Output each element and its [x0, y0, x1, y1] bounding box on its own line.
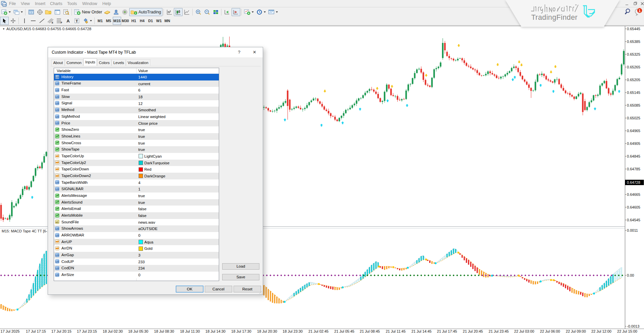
svg-text:0.64785: 0.64785	[627, 167, 640, 171]
svg-text:123: 123	[55, 254, 59, 257]
svg-text:21 Jul 02:45: 21 Jul 02:45	[308, 329, 329, 333]
svg-text:0.65205: 0.65205	[627, 78, 640, 82]
svg-text:22 Jul 15:00: 22 Jul 15:00	[617, 329, 637, 333]
svg-text:17 Jul 2025: 17 Jul 2025	[1, 329, 20, 333]
svg-text:21 Jul 14:45: 21 Jul 14:45	[411, 329, 432, 333]
svg-text:21 Jul 17:45: 21 Jul 17:45	[437, 329, 457, 333]
svg-text:21 Jul 20:45: 21 Jul 20:45	[463, 329, 483, 333]
svg-text:0.65145: 0.65145	[627, 91, 640, 95]
svg-text:17 Jul 17:15: 17 Jul 17:15	[26, 329, 46, 333]
svg-text:123: 123	[55, 102, 59, 105]
svg-text:18 Jul 11:30: 18 Jul 11:30	[180, 329, 200, 333]
svg-text:0.65085: 0.65085	[627, 103, 640, 107]
svg-text:18 Jul 08:30: 18 Jul 08:30	[154, 329, 174, 333]
svg-text:123: 123	[55, 181, 59, 184]
svg-text:0.65265: 0.65265	[627, 65, 640, 69]
svg-text:TradingFinder: TradingFinder	[531, 13, 578, 21]
svg-text:123: 123	[55, 274, 59, 276]
svg-text:0.65025: 0.65025	[627, 116, 640, 120]
svg-text:0.65325: 0.65325	[627, 52, 640, 56]
svg-text:V5: V5	[3, 4, 6, 6]
svg-text:22 Jul 03:00: 22 Jul 03:00	[514, 329, 534, 333]
svg-text:0.64665: 0.64665	[627, 192, 640, 197]
svg-text:123: 123	[55, 234, 59, 237]
svg-text:21 Jul 23:45: 21 Jul 23:45	[489, 329, 509, 333]
svg-text:123: 123	[55, 188, 59, 190]
svg-text:0.65385: 0.65385	[627, 40, 640, 44]
svg-text:0.65445: 0.65445	[627, 27, 640, 31]
svg-text:123: 123	[55, 267, 59, 270]
svg-text:21 Jul 05:45: 21 Jul 05:45	[334, 329, 354, 333]
svg-text:E: E	[52, 21, 53, 24]
svg-text:123: 123	[55, 89, 59, 92]
svg-text:0.64845: 0.64845	[627, 154, 640, 158]
svg-text:18 Jul 17:30: 18 Jul 17:30	[231, 329, 251, 333]
svg-text:17 Jul 23:15: 17 Jul 23:15	[77, 329, 97, 333]
svg-text:0.64605: 0.64605	[627, 205, 640, 209]
svg-text:18 Jul 23:30: 18 Jul 23:30	[283, 329, 303, 333]
svg-text:ab: ab	[56, 221, 59, 224]
svg-text:123: 123	[55, 82, 59, 85]
svg-text:123: 123	[55, 76, 59, 78]
svg-text:21 Jul 08:45: 21 Jul 08:45	[360, 329, 380, 333]
svg-text:18 Jul 20:30: 18 Jul 20:30	[257, 329, 277, 333]
svg-text:18 Jul 02:30: 18 Jul 02:30	[103, 329, 123, 333]
svg-text:17 Jul 20:15: 17 Jul 20:15	[51, 329, 71, 333]
svg-text:0.64965: 0.64965	[627, 129, 640, 133]
svg-text:21 Jul 11:45: 21 Jul 11:45	[386, 329, 405, 333]
svg-text:T: T	[76, 19, 78, 23]
svg-text:123: 123	[55, 122, 59, 124]
svg-text:0.00: 0.00	[627, 273, 634, 277]
svg-text:123: 123	[55, 116, 59, 118]
svg-text:▼: ▼	[2, 27, 5, 31]
svg-text:-0.0013: -0.0013	[627, 324, 639, 328]
svg-text:AUDUSD,M15 0.64683 0.64755 0.: AUDUSD,M15 0.64683 0.64755 0.64665 0.647…	[6, 27, 91, 31]
svg-text:123: 123	[55, 261, 59, 263]
svg-text:0.64905: 0.64905	[627, 142, 640, 146]
svg-text:18 Jul 05:30: 18 Jul 05:30	[128, 329, 148, 333]
svg-text:22 Jul 12:00: 22 Jul 12:00	[591, 329, 611, 333]
svg-text:1: 1	[639, 9, 641, 13]
svg-text:123: 123	[55, 228, 59, 230]
svg-text:18 Jul 14:30: 18 Jul 14:30	[205, 329, 226, 333]
svg-text:123: 123	[55, 109, 59, 111]
svg-text:F: F	[61, 21, 62, 24]
svg-text:22 Jul 06:00: 22 Jul 06:00	[540, 329, 560, 333]
svg-text:0.0011: 0.0011	[627, 228, 638, 232]
svg-text:0.64728: 0.64728	[627, 180, 640, 184]
svg-text:22 Jul 09:00: 22 Jul 09:00	[566, 329, 586, 333]
svg-text:0.64545: 0.64545	[627, 218, 640, 222]
svg-text:123: 123	[55, 96, 59, 98]
